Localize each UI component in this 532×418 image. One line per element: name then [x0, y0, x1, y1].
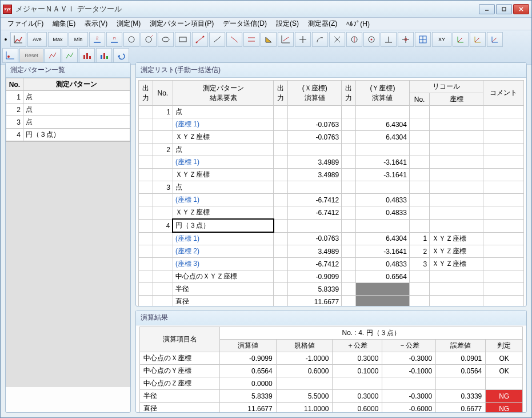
list-row[interactable]: ＸＹＺ座標 3.4989 -3.1641	[139, 169, 524, 181]
tool-arc-icon[interactable]	[312, 32, 328, 47]
cell-out1	[139, 118, 153, 131]
svg-rect-49	[89, 56, 91, 59]
list-row[interactable]: ＸＹＺ座標 -0.0763 6.4304	[139, 131, 524, 144]
tool-perp-icon[interactable]	[295, 32, 311, 47]
tool-half-icon[interactable]: 2	[89, 32, 105, 47]
menu-help[interactable]: ﾍﾙﾌﾟ(H)	[342, 19, 374, 29]
list-row[interactable]: 4 円（３点）	[139, 219, 524, 232]
res-col-minus: －公差	[382, 340, 436, 352]
tool-graph-icon[interactable]	[10, 32, 26, 47]
menu-view[interactable]: 表示(V)	[80, 18, 112, 30]
maximize-button[interactable]	[496, 4, 512, 14]
tool-grid-icon[interactable]	[415, 32, 431, 47]
tool-rect-icon[interactable]	[175, 32, 191, 47]
result-row[interactable]: 半径 5.8339 5.5000 0.3000 -0.3000 0.3339 N…	[140, 390, 523, 403]
minimize-button[interactable]	[479, 4, 495, 14]
tool-nth-icon[interactable]: n	[106, 32, 122, 47]
tool-bars1-icon[interactable]	[79, 48, 95, 63]
tool-undo-icon[interactable]	[113, 48, 129, 63]
pattern-row-no: 2	[6, 103, 23, 116]
svg-line-19	[231, 37, 238, 42]
menu-file[interactable]: ファイル(F)	[3, 18, 48, 30]
tool-corner2-icon[interactable]	[470, 32, 486, 47]
list-row[interactable]: (座標 2) 3.4989 -3.1641 2 ＸＹＺ座標	[139, 245, 524, 258]
tool-parallel-icon[interactable]	[243, 32, 259, 47]
tool-center-icon[interactable]	[398, 32, 414, 47]
pattern-table[interactable]: No. 測定パターン 1点2点3点4円（３点）	[6, 78, 130, 141]
close-button[interactable]	[513, 4, 529, 14]
col-pattern: 測定パターン	[23, 78, 130, 91]
cell-out2	[274, 219, 288, 232]
tool-max[interactable]: Max	[48, 32, 67, 47]
measure-list-table[interactable]: 出力 No. 測定パターン 結果要素 出力 (Ｘ座標) 演算値 出力 (Ｙ座標)…	[138, 80, 524, 306]
tool-reset[interactable]: Reset	[19, 48, 43, 63]
tool-pitch-icon[interactable]	[346, 32, 362, 47]
tool-trace1-icon[interactable]	[45, 48, 61, 63]
res-col-plus: ＋公差	[333, 340, 382, 352]
tool-circle-tangent-icon[interactable]	[141, 32, 157, 47]
list-row[interactable]: 1 点	[139, 106, 524, 118]
tool-diag1-icon[interactable]	[192, 32, 208, 47]
menu-measure[interactable]: 測定(M)	[112, 18, 145, 30]
tool-origin-icon[interactable]	[2, 48, 18, 63]
tool-bars2-icon[interactable]	[96, 48, 112, 63]
tool-axis-icon[interactable]	[278, 32, 294, 47]
tool-perpline-icon[interactable]	[381, 32, 397, 47]
tool-corner3-icon[interactable]	[487, 32, 503, 47]
tool-ave[interactable]: Ave	[27, 32, 47, 47]
cell-out2	[274, 245, 288, 258]
menu-edit[interactable]: 編集(E)	[48, 18, 80, 30]
pattern-list-pane: 測定パターン一覧 No. 測定パターン 1点2点3点4円（３点）	[5, 62, 131, 413]
pattern-row[interactable]: 2点	[6, 103, 130, 116]
result-row[interactable]: 直径 11.6677 11.0000 0.6000 -0.6000 0.6677…	[140, 403, 523, 413]
tool-angle-icon[interactable]	[261, 32, 277, 47]
tool-xy[interactable]: XY	[432, 32, 451, 47]
pattern-list-empty-area	[6, 141, 130, 387]
menu-pattern-item[interactable]: 測定パターン項目(P)	[145, 18, 218, 30]
tool-trace2-icon[interactable]	[62, 48, 78, 63]
tool-diag3-icon[interactable]	[226, 32, 242, 47]
list-row[interactable]: (座標 1) 3.4989 -3.1641	[139, 156, 524, 169]
cell-label: 中心点のＸＹＺ座標	[173, 270, 273, 283]
hdr-out2: 出力	[274, 81, 288, 106]
pattern-row[interactable]: 4円（３点）	[6, 129, 130, 141]
tool-min[interactable]: Min	[69, 32, 88, 47]
result-row[interactable]: 中心点のＺ座標 0.0000	[140, 377, 523, 390]
list-row[interactable]: 半径 5.8339	[139, 283, 524, 296]
pattern-row[interactable]: 3点	[6, 116, 130, 129]
res-col-err: 誤差値	[436, 340, 486, 352]
cell-label: (座標 1)	[173, 232, 273, 245]
list-row[interactable]: 2 点	[139, 144, 524, 156]
menu-data-send[interactable]: データ送信(D)	[218, 18, 271, 30]
cell-no	[153, 131, 173, 144]
list-row[interactable]: 直径 11.6677	[139, 296, 524, 306]
list-row[interactable]: (座標 1) -0.0763 6.4304 1 ＸＹＺ座標	[139, 232, 524, 245]
list-row[interactable]: ＸＹＺ座標 -6.7412 0.4833	[139, 206, 524, 220]
result-row[interactable]: 中心点のＹ座標 0.6564 0.6000 0.1000 -0.1000 0.0…	[140, 365, 523, 377]
result-row[interactable]: 中心点のＸ座標 -0.9099 -1.0000 0.3000 -0.3000 0…	[140, 352, 523, 365]
list-row[interactable]: (座標 1) -6.7412 0.4833	[139, 194, 524, 206]
hdr-out3: 出力	[342, 81, 356, 106]
pattern-row[interactable]: 1点	[6, 91, 130, 103]
list-row[interactable]: (座標 3) -6.7412 0.4833 3 ＸＹＺ座標	[139, 258, 524, 270]
list-row[interactable]: 3 点	[139, 181, 524, 194]
cell-label: (座標 1)	[173, 118, 273, 131]
res-err: 0.0901	[436, 352, 486, 365]
tool-circle-icon[interactable]	[123, 32, 139, 47]
result-table[interactable]: 演算項目名 No. : 4. 円（３点） 演算値 規格値 ＋公差 －公差 誤差値…	[139, 327, 523, 412]
cell-out3	[342, 181, 356, 194]
tool-ellipse-icon[interactable]	[158, 32, 174, 47]
tool-target-icon[interactable]	[363, 32, 379, 47]
tool-x-icon[interactable]	[329, 32, 345, 47]
cell-out3	[342, 169, 356, 181]
list-row[interactable]: 中心点のＸＹＺ座標 -0.9099 0.6564	[139, 270, 524, 283]
list-row[interactable]: (座標 1) -0.0763 6.4304	[139, 118, 524, 131]
cell-coord: ＸＹＺ座標	[430, 232, 483, 245]
tool-diag2-icon[interactable]	[209, 32, 225, 47]
tool-corner1-icon[interactable]	[453, 32, 469, 47]
cell-out3	[342, 118, 356, 131]
menu-instrument[interactable]: 測定器(Z)	[303, 18, 342, 30]
cell-coord	[430, 131, 483, 144]
menu-settings[interactable]: 設定(S)	[271, 18, 303, 30]
tool-dot-icon[interactable]: •	[2, 35, 10, 44]
